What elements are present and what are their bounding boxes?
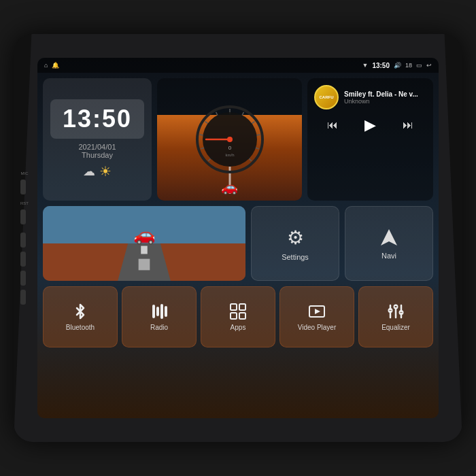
navi-button[interactable]: Navi (345, 206, 433, 281)
status-right: ▼ 13:50 🔊 18 ▭ ↩ (362, 62, 432, 69)
clock-display: 13:50 (50, 99, 144, 139)
svg-rect-27 (165, 306, 167, 317)
sun-icon: ☀ (99, 163, 112, 180)
bluetooth-label: Bluetooth (66, 324, 95, 331)
navi-arrow-icon (379, 227, 399, 248)
equalizer-button[interactable]: Equalizer (358, 286, 433, 347)
status-bar: ⌂ 🔔 ▼ 13:50 🔊 18 ▭ ↩ (37, 58, 439, 73)
home-icon: ⌂ (44, 62, 48, 69)
main-content: 13:50 2021/04/01 Thursday ☁ ☀ (37, 73, 439, 418)
side-buttons: MIC RST (20, 171, 29, 305)
wifi-icon: ▼ (362, 62, 368, 69)
music-logo: CARFU (314, 85, 339, 109)
svg-text:🚗: 🚗 (133, 224, 156, 245)
equalizer-label: Equalizer (381, 324, 410, 331)
clock-date-value: 2021/04/01 (78, 143, 116, 151)
volume-icon: 🔊 (394, 62, 401, 69)
side-button-4[interactable] (20, 290, 26, 305)
side-button-3[interactable] (20, 271, 26, 286)
svg-rect-20 (141, 246, 148, 254)
svg-rect-28 (231, 304, 237, 310)
video-player-button[interactable]: Video Player (279, 286, 354, 347)
equalizer-icon (387, 303, 405, 320)
video-player-label: Video Player (298, 324, 337, 331)
back-icon: ↩ (426, 62, 432, 69)
settings-label: Settings (282, 253, 309, 261)
radio-button[interactable]: Radio (122, 286, 197, 347)
apps-icon (229, 303, 247, 320)
apps-button[interactable]: Apps (201, 286, 275, 347)
clock-date: 2021/04/01 Thursday (78, 143, 116, 159)
weather-symbol: ☁ (83, 164, 95, 179)
music-controls: ⏮ ▶ ⏭ (314, 116, 426, 134)
svg-rect-21 (139, 259, 150, 271)
play-button[interactable]: ▶ (364, 116, 376, 134)
radio-label: Radio (150, 324, 168, 331)
music-widget[interactable]: CARFU Smiley ft. Delia - Ne v... Unknown… (307, 78, 433, 201)
music-info: Smiley ft. Delia - Ne v... Unknown (344, 90, 426, 105)
clock-widget: 13:50 2021/04/01 Thursday ☁ ☀ (43, 78, 152, 201)
gauge-svg: 0 km/h (192, 102, 267, 177)
music-artist: Unknown (344, 98, 426, 105)
rst-label: RST (20, 201, 29, 205)
mic-label: MIC (20, 171, 29, 175)
battery-icon: ▭ (416, 62, 422, 69)
svg-rect-26 (160, 304, 163, 319)
svg-rect-25 (156, 307, 159, 316)
svg-point-42 (400, 311, 403, 314)
next-button[interactable]: ⏭ (403, 119, 413, 131)
bluetooth-button[interactable]: Bluetooth (43, 286, 118, 347)
video-player-icon (308, 303, 326, 320)
clock-day-value: Thursday (78, 151, 116, 159)
svg-rect-24 (152, 305, 155, 318)
road-scene: 🚗 (43, 206, 245, 281)
settings-gear-icon: ⚙ (287, 226, 304, 249)
svg-marker-33 (315, 309, 320, 314)
bluetooth-icon (71, 303, 89, 320)
svg-rect-29 (239, 304, 245, 310)
music-top: CARFU Smiley ft. Delia - Ne v... Unknown (314, 85, 426, 109)
status-left: ⌂ 🔔 (44, 62, 59, 69)
settings-button[interactable]: ⚙ Settings (251, 206, 339, 281)
svg-marker-23 (381, 229, 397, 245)
mic-button[interactable] (20, 180, 26, 194)
svg-rect-30 (231, 313, 237, 319)
status-time: 13:50 (372, 62, 390, 69)
road-scene-widget: 🚗 (43, 206, 245, 281)
svg-text:km/h: km/h (225, 153, 234, 157)
car-head-unit: MIC RST ⌂ 🔔 ▼ 13:50 🔊 18 ▭ ↩ (14, 34, 462, 442)
prev-button[interactable]: ⏮ (327, 119, 338, 131)
road-svg: 🚗 (43, 206, 245, 281)
svg-text:0: 0 (228, 145, 231, 151)
music-logo-text: CARFU (320, 95, 334, 99)
svg-point-39 (394, 305, 398, 309)
rst-button[interactable] (20, 209, 26, 224)
car-silhouette-icon: 🚗 (221, 179, 238, 195)
screen: ⌂ 🔔 ▼ 13:50 🔊 18 ▭ ↩ 13:50 2021/04/01 (37, 58, 439, 418)
music-title: Smiley ft. Delia - Ne v... (344, 90, 426, 98)
weather-icon: ☁ ☀ (83, 163, 112, 180)
notification-icon: 🔔 (52, 62, 59, 69)
speedometer-widget: 0 km/h 🚗 (157, 78, 302, 201)
navi-label: Navi (381, 252, 396, 260)
radio-icon (150, 303, 168, 320)
bottom-row: Bluetooth Radio (43, 286, 433, 347)
svg-rect-31 (239, 313, 245, 319)
svg-point-14 (227, 137, 233, 142)
battery-level: 18 (405, 62, 412, 69)
side-button-2[interactable] (20, 252, 26, 267)
apps-label: Apps (231, 324, 246, 331)
svg-point-36 (389, 309, 392, 312)
side-button-1[interactable] (20, 233, 26, 248)
middle-row: 🚗 ⚙ Settings Navi (43, 206, 433, 281)
top-row: 13:50 2021/04/01 Thursday ☁ ☀ (43, 78, 433, 201)
